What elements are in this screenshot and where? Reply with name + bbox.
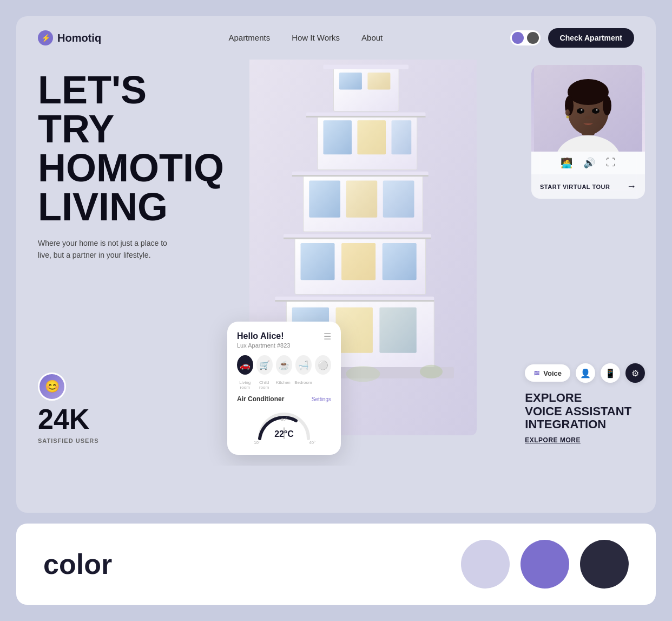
svg-rect-15 [346,181,378,218]
logo-text: Homotiq [57,32,101,44]
hero-subtitle: Where your home is not just a place to l… [38,237,179,262]
person-ctrl-button[interactable]: 👤 [576,363,595,383]
voice-button[interactable]: ≋ Voice [525,364,570,382]
room-btn-living[interactable]: 🚗 [237,355,253,375]
voice-button-label: Voice [543,369,562,377]
svg-point-54 [596,109,598,111]
stats-number: 24K [38,405,89,433]
svg-rect-25 [275,300,434,302]
room-btn-kitchen[interactable]: ☕ [276,355,292,375]
nav-links: Apartments How It Works About [228,33,383,43]
phone-apt: Lux Apartment #823 [237,342,290,349]
navbar: ⚡ Homotiq Apartments How It Works About … [16,16,656,60]
svg-point-49 [565,109,570,116]
svg-rect-33 [341,243,375,280]
person-portrait [534,65,642,152]
svg-rect-20 [301,243,335,280]
svg-point-31 [420,365,443,378]
voice-bars-icon: ≋ [533,369,540,377]
tour-arrow-icon[interactable]: → [627,181,636,192]
svg-rect-36 [379,308,416,353]
svg-point-50 [566,116,569,119]
logo-icon: ⚡ [38,30,53,45]
hero-title: LET'S TRY HOMOTIQ LIVING [38,70,179,226]
voice-assistant-area: ≋ Voice 👤 📱 ⚙ EXPLOREVOICE ASSISTANTINTE… [525,363,645,444]
phone-rooms: 🚗 🛒 ☕ 🛁 ⚪ [237,355,331,375]
svg-rect-7 [306,116,426,117]
svg-rect-16 [383,181,414,218]
svg-point-53 [581,109,583,111]
swatch-medium-purple [521,540,569,589]
settings-ctrl-button[interactable]: ⚙ [625,363,645,383]
tour-footer: START VIRTUAL TOUR → [531,174,645,199]
ac-title: Air Conditioner [237,395,284,403]
stats-area: 😊 24K SATISFIED USERS [38,372,99,444]
phone-ctrl-button[interactable]: 📱 [601,363,620,383]
ac-section: Air Conditioner Settings [237,395,331,403]
avatar: 😊 [38,372,66,401]
color-palette-section: color [16,524,656,605]
color-label: color [43,548,112,580]
phone-menu-icon[interactable]: ☰ [324,331,331,342]
voice-title: EXPLOREVOICE ASSISTANTINTEGRATION [525,391,645,431]
toggle-left [512,32,524,44]
svg-rect-35 [336,308,373,353]
tour-controls: 🧑‍💻 🔊 ⛶ [531,152,645,174]
label-child: Child room [256,380,272,390]
building-area: Hello Alice! Lux Apartment #823 ☰ 🚗 🛒 ☕ … [200,60,526,466]
svg-text:22°C: 22°C [274,429,294,439]
svg-rect-13 [292,175,429,177]
nav-link-how-it-works[interactable]: How It Works [292,33,340,42]
website-section: ⚡ Homotiq Apartments How It Works About … [16,16,656,513]
svg-rect-34 [358,120,386,154]
tour-person-icon[interactable]: 🧑‍💻 [561,157,572,169]
svg-point-46 [568,79,609,105]
label-kitchen: Kitchen [275,380,291,390]
theme-toggle[interactable] [510,30,541,45]
logo-area: ⚡ Homotiq [38,30,101,45]
room-btn-bedroom[interactable]: 🛁 [295,355,312,375]
room-labels: Living room Child room Kitchen Bedroom [237,380,331,390]
svg-text:30°: 30° [281,417,287,422]
gauge-svg: 22°C 10° 30° 40° [252,409,317,444]
svg-rect-4 [367,73,390,90]
room-btn-child[interactable]: 🛒 [256,355,273,375]
nav-link-about[interactable]: About [361,33,383,42]
svg-text:10°: 10° [254,440,260,444]
toggle-right [527,32,539,44]
temp-gauge: 22°C 10° 30° 40° [237,407,331,445]
room-btn-extra[interactable]: ⚪ [315,355,331,375]
explore-more-link[interactable]: EXLPORE MORE [525,436,645,444]
tour-label: START VIRTUAL TOUR [540,184,610,190]
nav-link-apartments[interactable]: Apartments [228,33,270,42]
voice-controls: ≋ Voice 👤 📱 ⚙ [525,363,645,383]
svg-rect-8 [324,120,352,154]
label-extra [315,380,331,390]
nav-item-about[interactable]: About [361,33,383,43]
svg-rect-2 [324,64,409,69]
svg-point-52 [592,108,599,114]
svg-point-48 [603,96,611,115]
phone-greeting: Hello Alice! [237,331,290,341]
svg-rect-22 [383,243,417,280]
nav-item-how-it-works[interactable]: How It Works [292,33,340,43]
tour-expand-icon[interactable]: ⛶ [606,157,616,169]
swatch-dark-navy [580,540,629,589]
phone-card: Hello Alice! Lux Apartment #823 ☰ 🚗 🛒 ☕ … [227,322,341,455]
ac-settings[interactable]: Settings [312,396,331,402]
svg-point-51 [577,108,584,114]
svg-point-32 [346,366,380,382]
hero-area: LET'S TRY HOMOTIQ LIVING Where your home… [16,60,656,466]
svg-rect-14 [309,181,340,218]
stats-label: SATISFIED USERS [38,437,99,444]
svg-rect-10 [392,120,412,154]
nav-item-apartments[interactable]: Apartments [228,33,270,43]
color-swatches [461,540,629,589]
tour-image [531,65,645,152]
swatch-light-purple [461,540,510,589]
check-apartment-button[interactable]: Check Apartment [548,28,634,48]
tour-sound-icon[interactable]: 🔊 [583,157,595,169]
label-bedroom: Bedroom [294,380,312,390]
svg-text:40°: 40° [309,440,315,444]
nav-right: Check Apartment [510,28,634,48]
